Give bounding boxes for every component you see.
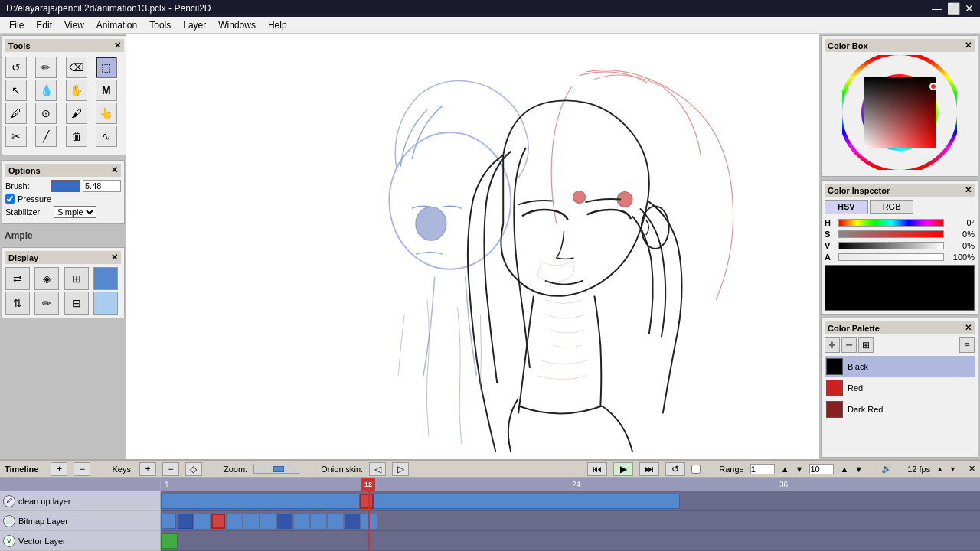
fps-arrow-down[interactable]: ▼: [949, 465, 956, 473]
tab-rgb[interactable]: RGB: [870, 200, 914, 214]
canvas-svg[interactable]: [126, 34, 819, 459]
range-arrow-up[interactable]: ▲: [781, 465, 789, 474]
menu-animation[interactable]: Animation: [90, 18, 143, 32]
palette-palette-btn[interactable]: ⊞: [858, 337, 874, 353]
canvas-area[interactable]: [126, 34, 819, 459]
play-btn[interactable]: ▶: [613, 462, 633, 476]
grid-btn[interactable]: ⊞: [64, 267, 89, 290]
palette-item-black[interactable]: Black: [825, 356, 975, 377]
bg2-btn[interactable]: [93, 292, 118, 315]
brush2-tool[interactable]: ⊙: [35, 103, 57, 124]
zoom-slider[interactable]: [253, 465, 299, 474]
keyframe-bitmap: [211, 514, 225, 529]
keys-add-btn[interactable]: +: [139, 462, 156, 476]
track-frames-bitmap: [161, 514, 377, 529]
color-palette-close[interactable]: ✕: [965, 323, 972, 333]
menu-windows[interactable]: Windows: [212, 18, 262, 32]
pen-tool[interactable]: 🖊: [5, 103, 27, 124]
color-wheel-wrapper[interactable]: [842, 55, 957, 170]
palette-item-darkred[interactable]: Dark Red: [825, 399, 975, 420]
range-arrow-down[interactable]: ▼: [795, 465, 804, 474]
hand-tool[interactable]: ✋: [66, 80, 87, 101]
stabilizer-select[interactable]: Simple None Strong: [54, 206, 96, 218]
bg-btn[interactable]: [93, 267, 118, 290]
layer-row-vector[interactable]: V Vector Layer: [0, 531, 160, 551]
timeline-add-layer-btn[interactable]: +: [51, 462, 67, 476]
layer-icon-bitmap: ⬜: [3, 515, 15, 527]
onion-prev-btn[interactable]: ◁: [369, 462, 386, 476]
display-close[interactable]: ✕: [111, 253, 118, 262]
cut-tool[interactable]: ✂: [5, 126, 27, 147]
palette-item-red[interactable]: Red: [825, 377, 975, 399]
onion-next-btn[interactable]: ▷: [392, 462, 409, 476]
pencil-tool[interactable]: ✏: [35, 57, 57, 78]
color-box-header: Color Box ✕: [825, 39, 975, 52]
smudge-tool[interactable]: 👆: [96, 103, 117, 124]
select-tool[interactable]: ⬚: [96, 57, 117, 78]
brush-tool[interactable]: 🖌: [66, 103, 87, 124]
range-end-arrow-down[interactable]: ▼: [854, 465, 863, 474]
range-end-input[interactable]: 10: [809, 464, 834, 474]
palette-add-btn[interactable]: +: [825, 337, 840, 353]
timeline-body: 🖊 clean up layer ⬜ Bitmap Layer V Vector…: [0, 478, 980, 551]
timeline-header: Timeline + − Keys: + − ◇ Zoom: Onion ski…: [0, 461, 980, 478]
range-start-input[interactable]: 1: [750, 464, 775, 474]
keys-label: Keys:: [112, 465, 133, 474]
line-tool[interactable]: ╱: [35, 126, 57, 147]
toolbox-close[interactable]: ✕: [114, 41, 121, 51]
tab-hsv[interactable]: HSV: [825, 200, 868, 214]
keys-dup-btn[interactable]: ◇: [185, 462, 202, 476]
color-inspector-close[interactable]: ✕: [965, 185, 972, 195]
sat-slider[interactable]: [838, 230, 944, 238]
edit-btn[interactable]: ✏: [34, 292, 59, 315]
options-close[interactable]: ✕: [111, 165, 118, 175]
layer-row-bitmap[interactable]: ⬜ Bitmap Layer: [0, 511, 160, 531]
minimize-btn[interactable]: —: [932, 2, 942, 15]
curve-tool[interactable]: ∿: [96, 126, 117, 147]
frames-area[interactable]: 1 12 24 36 12: [161, 478, 980, 551]
keys-remove-btn[interactable]: −: [162, 462, 179, 476]
frame-11-bitmap: [328, 514, 343, 529]
layer-name-vector: Vector Layer: [18, 536, 66, 546]
move-tool[interactable]: M: [96, 80, 117, 101]
val-slider[interactable]: [838, 242, 944, 249]
play-forward-btn[interactable]: ⏭: [639, 462, 659, 476]
close-btn[interactable]: ✕: [965, 2, 974, 15]
eraser-tool[interactable]: ⌫: [66, 57, 87, 78]
palette-menu-btn[interactable]: ≡: [959, 337, 975, 353]
sound-icon[interactable]: 🔊: [881, 464, 892, 474]
color-box-panel: Color Box ✕: [821, 35, 978, 177]
pointer-tool[interactable]: ↖: [5, 80, 27, 101]
palette-color-darkred: [826, 401, 843, 418]
menu-tools[interactable]: Tools: [143, 18, 177, 32]
palette-remove-btn[interactable]: −: [841, 337, 857, 353]
brush-size-input[interactable]: 5.48: [83, 180, 121, 192]
play-back-btn[interactable]: ⏮: [587, 462, 607, 476]
svg-rect-0: [131, 34, 815, 459]
menu-edit[interactable]: Edit: [30, 18, 58, 32]
eyedropper-tool[interactable]: 💧: [35, 80, 57, 101]
menu-help[interactable]: Help: [262, 18, 293, 32]
layer-row-cleanup[interactable]: 🖊 clean up layer: [0, 491, 160, 511]
menu-view[interactable]: View: [58, 18, 90, 32]
delete-tool[interactable]: 🗑: [66, 126, 87, 147]
timeline-close[interactable]: ✕: [969, 464, 975, 474]
grid2-btn[interactable]: ⊟: [64, 292, 89, 315]
color-box-close[interactable]: ✕: [965, 41, 972, 51]
color-sv-square[interactable]: [864, 77, 936, 148]
menu-layer[interactable]: Layer: [177, 18, 212, 32]
undo-tool[interactable]: ↺: [5, 57, 27, 78]
loop-checkbox[interactable]: [691, 465, 701, 474]
menu-file[interactable]: File: [3, 18, 30, 32]
flip-v-btn[interactable]: ⇅: [5, 292, 30, 315]
range-end-arrow-up[interactable]: ▲: [840, 465, 848, 474]
fps-arrow-up[interactable]: ▲: [936, 465, 943, 473]
alpha-slider[interactable]: [838, 253, 944, 261]
overlay-btn[interactable]: ◈: [34, 267, 59, 290]
maximize-btn[interactable]: ⬜: [947, 2, 960, 15]
hue-slider[interactable]: [838, 219, 944, 227]
loop-btn[interactable]: ↺: [665, 462, 685, 476]
timeline-remove-layer-btn[interactable]: −: [74, 462, 90, 476]
pressure-checkbox[interactable]: [5, 194, 15, 204]
flip-h-btn[interactable]: ⇄: [5, 267, 30, 290]
